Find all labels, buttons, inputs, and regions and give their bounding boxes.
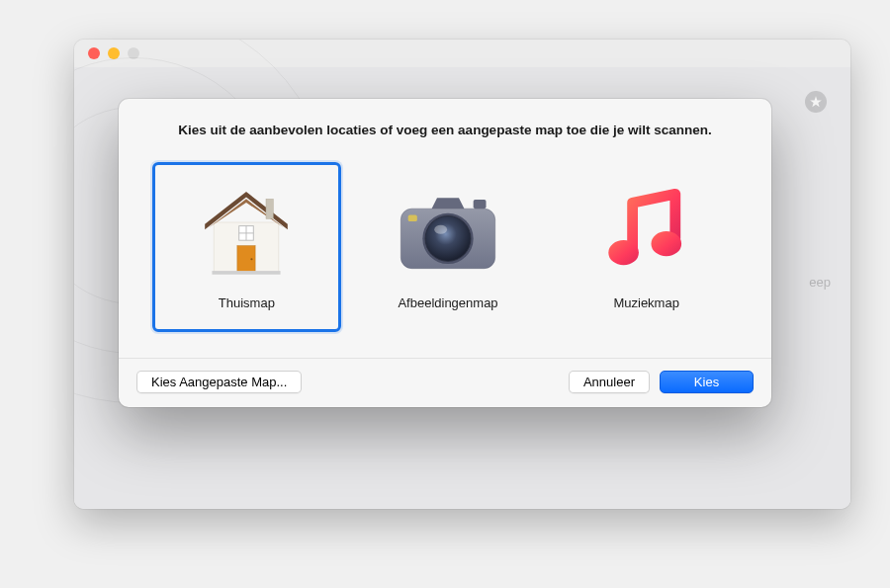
choose-button[interactable]: Kies [660,371,754,393]
folder-picker-modal: Kies uit de aanbevolen locaties of voeg … [119,99,771,407]
svg-point-20 [651,231,681,256]
option-home-folder[interactable]: Thuismap [152,162,341,332]
options-row: Thuismap [119,158,771,358]
home-icon [192,183,301,282]
option-home-label: Thuismap [219,295,275,310]
option-music-label: Muziekmap [613,295,678,310]
svg-rect-13 [474,200,487,209]
star-badge-icon[interactable] [805,91,827,113]
choose-custom-folder-button[interactable]: Kies Aangepaste Map... [136,371,302,393]
svg-point-19 [608,240,639,265]
option-pictures-folder[interactable]: Afbeeldingenmap [357,162,540,332]
modal-header: Kies uit de aanbevolen locaties of voeg … [119,99,771,158]
svg-rect-10 [213,271,281,275]
modal-footer: Kies Aangepaste Map... Annuleer Kies [119,358,771,407]
svg-point-17 [434,225,447,234]
svg-rect-18 [408,215,417,221]
cancel-button[interactable]: Annuleer [569,371,650,393]
svg-point-9 [251,258,253,260]
svg-rect-3 [266,199,273,218]
camera-icon [394,183,502,282]
music-icon [592,183,701,282]
option-pictures-label: Afbeeldingenmap [398,295,497,310]
background-partial-text: eep [809,275,831,290]
modal-title: Kies uit de aanbevolen locaties of voeg … [146,121,744,140]
option-music-folder[interactable]: Muziekmap [555,162,738,332]
